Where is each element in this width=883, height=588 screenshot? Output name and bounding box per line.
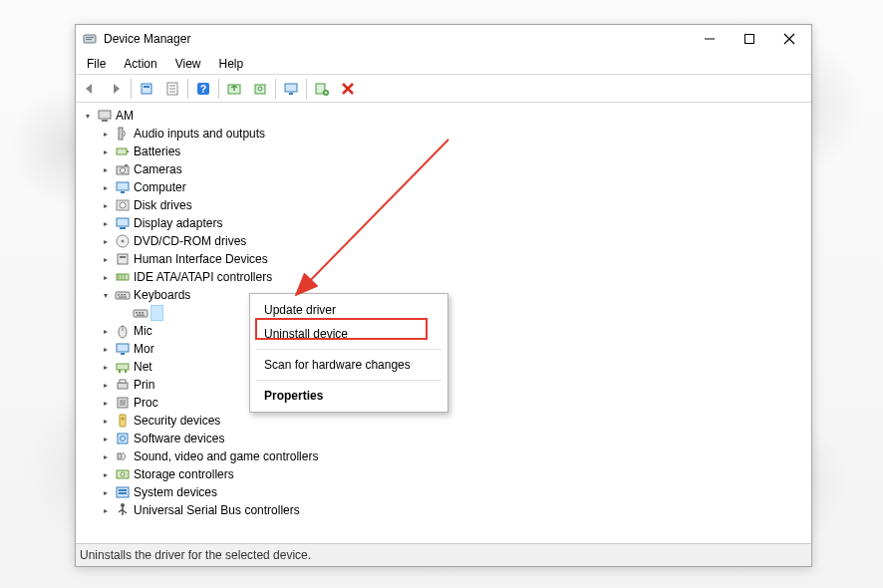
tree-item-ide[interactable]: ▸IDE ATA/ATAPI controllers xyxy=(100,268,805,286)
svg-rect-63 xyxy=(119,370,121,373)
tree-item-keyboards[interactable]: ▾Keyboards xyxy=(100,286,805,304)
expand-icon[interactable]: ▸ xyxy=(100,146,112,157)
expand-icon[interactable]: ▸ xyxy=(100,433,112,444)
svg-rect-65 xyxy=(118,383,128,389)
disk-icon xyxy=(115,197,131,213)
mouse-icon xyxy=(115,323,131,339)
add-legacy-button[interactable] xyxy=(310,78,334,100)
menu-view[interactable]: View xyxy=(168,55,208,73)
toolbar-separator xyxy=(131,79,132,99)
tree-item-computer[interactable]: ▸Computer xyxy=(100,178,805,196)
collapse-icon[interactable]: ▾ xyxy=(100,289,112,301)
expand-icon[interactable]: ▸ xyxy=(100,271,112,283)
properties-button[interactable] xyxy=(160,78,184,100)
tree-item-storage[interactable]: ▸Storage controllers xyxy=(100,465,805,483)
tree-item-label: Sound, video and game controllers xyxy=(134,449,318,463)
minimize-button[interactable] xyxy=(690,26,730,52)
svg-rect-73 xyxy=(118,453,122,459)
monitor-icon xyxy=(115,179,131,195)
tree-item-system[interactable]: ▸System devices xyxy=(100,483,805,501)
svg-point-79 xyxy=(121,503,125,507)
tree-item-usb[interactable]: ▸Universal Serial Bus controllers xyxy=(100,501,805,519)
svg-rect-39 xyxy=(120,227,126,229)
speaker-icon xyxy=(115,126,131,142)
tree-item-monitors[interactable]: ▸Mor xyxy=(100,340,805,358)
network-icon xyxy=(115,359,131,375)
tree-item-kb0[interactable] xyxy=(118,304,805,322)
tree-item-proc[interactable]: ▸Proc xyxy=(100,394,805,412)
display-icon xyxy=(115,215,131,231)
svg-rect-54 xyxy=(136,312,138,314)
expand-icon[interactable]: ▸ xyxy=(100,468,112,480)
expand-icon[interactable]: ▸ xyxy=(100,415,112,427)
context-menu-item[interactable]: Properties xyxy=(250,384,447,408)
svg-rect-42 xyxy=(118,254,128,264)
usb-icon xyxy=(115,502,131,518)
tree-item-cameras[interactable]: ▸Cameras xyxy=(100,160,805,178)
back-button[interactable] xyxy=(78,78,102,100)
collapse-icon[interactable]: ▾ xyxy=(82,110,94,122)
update-driver-button[interactable] xyxy=(222,78,246,100)
expand-icon[interactable]: ▸ xyxy=(100,343,112,355)
svg-rect-55 xyxy=(139,312,141,314)
expand-icon[interactable]: ▸ xyxy=(100,504,112,516)
expand-icon[interactable]: ▸ xyxy=(100,486,112,498)
context-menu-item[interactable]: Scan for hardware changes xyxy=(250,353,447,377)
context-menu-separator xyxy=(256,380,442,381)
maximize-button[interactable] xyxy=(730,26,769,52)
expand-icon[interactable]: ▸ xyxy=(100,235,112,247)
close-button[interactable] xyxy=(769,26,809,52)
tree-item-dvd[interactable]: ▸DVD/CD-ROM drives xyxy=(100,232,805,250)
uninstall-button[interactable] xyxy=(336,78,360,100)
tree-item-security[interactable]: ▸Security devices xyxy=(100,412,805,430)
tree-item-label: Cameras xyxy=(134,162,182,176)
menu-file[interactable]: File xyxy=(80,55,113,73)
expand-icon[interactable]: ▸ xyxy=(100,397,112,409)
show-hidden-button[interactable] xyxy=(135,78,158,100)
expand-icon[interactable]: ▸ xyxy=(100,199,112,211)
svg-rect-68 xyxy=(120,400,126,406)
expand-icon[interactable]: ▸ xyxy=(100,181,112,193)
context-menu: Update driverUninstall deviceScan for ha… xyxy=(249,293,448,413)
expand-icon[interactable]: ▸ xyxy=(100,361,112,373)
tree-item-display[interactable]: ▸Display adapters xyxy=(100,214,805,232)
svg-rect-29 xyxy=(117,148,127,154)
context-menu-item[interactable]: Update driver xyxy=(250,298,447,322)
svg-rect-38 xyxy=(117,218,129,226)
expand-icon[interactable]: ▸ xyxy=(100,253,112,265)
forward-button[interactable] xyxy=(104,78,128,100)
expand-icon[interactable]: ▸ xyxy=(100,325,112,337)
menu-action[interactable]: Action xyxy=(117,55,163,73)
expand-icon[interactable]: ▸ xyxy=(100,128,112,140)
tree-item-mice[interactable]: ▸Mic xyxy=(100,322,805,340)
tree-item-batteries[interactable]: ▸Batteries xyxy=(100,143,805,160)
tree-item-network[interactable]: ▸Net xyxy=(100,358,805,376)
svg-point-32 xyxy=(121,168,126,173)
tree-item-disk[interactable]: ▸Disk drives xyxy=(100,196,805,214)
tree-item-label: Prin xyxy=(134,378,154,392)
expand-icon[interactable]: ▸ xyxy=(100,163,112,175)
monitor-button[interactable] xyxy=(279,78,303,100)
tree-item-print[interactable]: ▸Prin xyxy=(100,376,805,394)
svg-rect-7 xyxy=(142,84,151,94)
expand-icon[interactable]: ▸ xyxy=(100,379,112,391)
scan-button[interactable] xyxy=(248,78,272,100)
tree-root[interactable]: ▾ AM xyxy=(82,107,805,125)
tree-item-software[interactable]: ▸Software devices xyxy=(100,430,805,447)
storage-icon xyxy=(115,466,131,482)
svg-rect-50 xyxy=(121,294,123,296)
tree-item-sound[interactable]: ▸Sound, video and game controllers xyxy=(100,447,805,465)
printer-icon xyxy=(115,377,131,393)
expand-icon[interactable]: ▸ xyxy=(100,217,112,229)
tree-item-label: Computer xyxy=(134,180,186,194)
svg-rect-30 xyxy=(127,150,129,152)
help-button[interactable]: ? xyxy=(191,78,215,100)
tree-item-hid[interactable]: ▸Human Interface Devices xyxy=(100,250,805,268)
svg-rect-64 xyxy=(125,370,127,373)
menu-help[interactable]: Help xyxy=(212,55,251,73)
tree-item-audio[interactable]: ▸Audio inputs and outputs xyxy=(100,125,805,143)
context-menu-item[interactable]: Uninstall device xyxy=(250,322,447,346)
tree-item-label: IDE ATA/ATAPI controllers xyxy=(134,270,272,284)
sound-icon xyxy=(115,448,131,464)
expand-icon[interactable]: ▸ xyxy=(100,450,112,462)
